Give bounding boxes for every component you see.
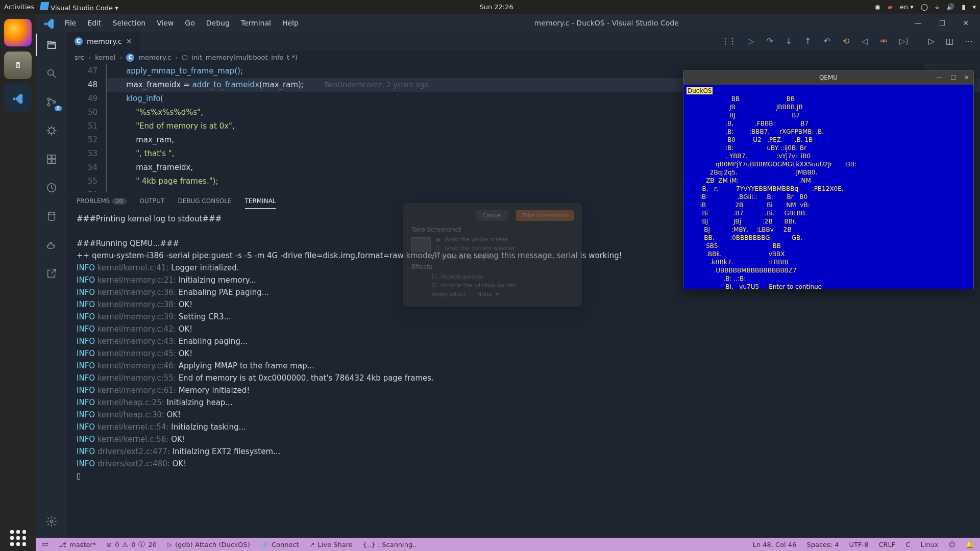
system-menu-chevron[interactable]: ▾ bbox=[972, 3, 976, 11]
status-spaces[interactable]: Spaces: 4 bbox=[806, 541, 839, 548]
tab-close-icon[interactable]: ✕ bbox=[126, 37, 132, 45]
screenshot-thumb bbox=[411, 237, 431, 252]
status-remote[interactable]: ⮂ bbox=[42, 541, 48, 548]
editor-tabs: C memory.c ✕ ⋮⋮ ▷ ↷ ↓ ↑ ↶ ⟲ ◁ ⚮ ▷⟩ bbox=[67, 32, 980, 51]
dock-show-apps[interactable] bbox=[10, 530, 26, 546]
activity-scm[interactable]: 8 bbox=[44, 95, 59, 109]
activity-debug[interactable] bbox=[44, 123, 59, 138]
screenshot-cancel[interactable]: Cancel bbox=[476, 210, 507, 221]
activities-button[interactable]: Activities bbox=[4, 3, 34, 11]
editor-more-icon[interactable]: ⋯ bbox=[965, 36, 973, 46]
debug-step-forward[interactable]: ▷⟩ bbox=[899, 36, 909, 46]
menu-debug[interactable]: Debug bbox=[206, 19, 230, 27]
debug-continue[interactable]: ▷ bbox=[748, 36, 754, 46]
activity-explorer[interactable] bbox=[44, 38, 59, 52]
svg-rect-7 bbox=[52, 160, 56, 163]
debug-step-into[interactable]: ↓ bbox=[786, 36, 792, 46]
status-connect[interactable]: 🔗 Connect bbox=[260, 541, 299, 548]
tab-debug-console[interactable]: DEBUG CONSOLE bbox=[178, 193, 231, 209]
activity-remote[interactable] bbox=[44, 181, 59, 195]
qemu-titlebar[interactable]: QEMU — ☐ ✕ bbox=[683, 70, 973, 85]
qemu-window[interactable]: QEMU — ☐ ✕ DuckOS BB BB JB JBBBB.JB BJ bbox=[683, 70, 974, 289]
screenshot-title: Take Screenshot bbox=[411, 226, 574, 233]
menu-terminal[interactable]: Terminal bbox=[241, 19, 271, 27]
scm-badge: 8 bbox=[55, 106, 62, 111]
activity-liveshare[interactable] bbox=[44, 266, 59, 281]
clock[interactable]: Sun 22:26 bbox=[118, 3, 875, 11]
menu-go[interactable]: Go bbox=[185, 19, 194, 27]
status-liveshare[interactable]: ↗ Live Share bbox=[309, 541, 353, 548]
dock-firefox[interactable] bbox=[4, 19, 32, 46]
network-icon[interactable]: ⏚ bbox=[935, 3, 939, 11]
opt-apply-effect[interactable]: Apply effect None ▾ bbox=[432, 291, 574, 297]
c-file-icon: C bbox=[75, 37, 83, 45]
gnome-dock: 🗄 bbox=[0, 14, 36, 551]
status-scanning[interactable]: {..} : Scanning.. bbox=[363, 541, 417, 548]
opt-current-window[interactable]: ○ Grab the current window bbox=[436, 245, 574, 252]
battery-icon[interactable]: ▮ bbox=[962, 3, 965, 11]
tab-terminal[interactable]: TERMINAL bbox=[245, 193, 276, 209]
status-eol[interactable]: CRLF bbox=[878, 541, 895, 548]
status-errors[interactable]: ⊘ 0 ⚠ 0 ⓘ 20 bbox=[106, 540, 157, 549]
debug-restart[interactable]: ↶ bbox=[823, 36, 830, 46]
a11y-icon[interactable]: ◯ bbox=[921, 3, 928, 11]
menu-help[interactable]: Help bbox=[282, 19, 299, 27]
menu-view[interactable]: View bbox=[157, 19, 174, 27]
opt-whole-screen[interactable]: ◉ Grab the whole screen bbox=[436, 236, 574, 243]
vscode-logo-icon bbox=[42, 16, 56, 30]
opt-select-area[interactable]: ○ Select area to grab bbox=[432, 254, 574, 260]
debug-step-out[interactable]: ↑ bbox=[804, 36, 811, 46]
debug-toolbar: ⋮⋮ ▷ ↷ ↓ ↑ ↶ ⟲ ◁ ⚮ ▷⟩ bbox=[712, 34, 918, 48]
menu-bar: FileEditSelectionViewGoDebugTerminalHelp bbox=[64, 19, 299, 27]
status-os[interactable]: Linux bbox=[920, 541, 938, 548]
qemu-maximize[interactable]: ☐ bbox=[950, 74, 956, 81]
status-encoding[interactable]: UTF-8 bbox=[849, 541, 869, 548]
top-app-indicator[interactable]: Visual Studio Code ▾ bbox=[40, 2, 118, 12]
svg-rect-5 bbox=[47, 155, 51, 159]
debug-stop[interactable]: ⟲ bbox=[843, 36, 849, 46]
language-indicator[interactable]: en ▾ bbox=[900, 3, 914, 11]
status-cursor-pos[interactable]: Ln 48, Col 46 bbox=[753, 541, 797, 548]
qemu-close[interactable]: ✕ bbox=[964, 74, 969, 81]
debug-reverse[interactable]: ◁ bbox=[862, 36, 868, 46]
screenshot-dialog: Cancel Take Screenshot Take Screenshot ◉… bbox=[403, 203, 582, 307]
menu-selection[interactable]: Selection bbox=[113, 19, 146, 27]
dock-vscode[interactable] bbox=[4, 84, 32, 112]
activity-settings[interactable] bbox=[44, 514, 59, 529]
tab-problems[interactable]: PROBLEMS20 bbox=[77, 193, 127, 209]
status-lang[interactable]: C bbox=[905, 541, 910, 548]
tab-memory-c[interactable]: C memory.c ✕ bbox=[67, 32, 139, 51]
status-bar: ⮂ ⎇ master* ⊘ 0 ⚠ 0 ⓘ 20 ▷ (gdb) Attach … bbox=[36, 538, 980, 551]
svg-point-0 bbox=[48, 70, 54, 76]
status-debug-target[interactable]: ▷ (gdb) Attach (DuckOS) bbox=[167, 541, 250, 548]
activity-docker[interactable] bbox=[44, 238, 59, 252]
line-gutter: 47484950515253545556 bbox=[67, 64, 106, 192]
activity-search[interactable] bbox=[44, 66, 59, 81]
window-minimize[interactable]: — bbox=[915, 19, 922, 27]
menu-file[interactable]: File bbox=[64, 19, 76, 27]
run-icon[interactable]: ▷ bbox=[928, 36, 935, 46]
breadcrumb[interactable]: src› kernel› Cmemory.c› ⬡init_memory(mul… bbox=[67, 51, 980, 64]
qemu-minimize[interactable]: — bbox=[936, 74, 942, 81]
status-branch[interactable]: ⎇ master* bbox=[59, 541, 96, 548]
screenshot-take[interactable]: Take Screenshot bbox=[516, 210, 574, 221]
debug-step-over[interactable]: ↷ bbox=[766, 36, 773, 46]
debug-drag-icon[interactable]: ⋮⋮ bbox=[721, 36, 736, 46]
debug-disconnect[interactable]: ⚮ bbox=[880, 36, 887, 46]
menu-edit[interactable]: Edit bbox=[87, 19, 101, 27]
opt-include-border[interactable]: ☑ Include the window border bbox=[432, 282, 574, 289]
volume-icon[interactable]: 🔊 bbox=[946, 3, 954, 11]
location-icon[interactable]: ◉ bbox=[874, 3, 880, 11]
status-bell-icon[interactable]: 🔔 bbox=[966, 541, 974, 548]
opt-include-pointer[interactable]: ☐ Include pointer bbox=[432, 273, 574, 280]
activity-sqltools[interactable] bbox=[44, 209, 59, 223]
activity-extensions[interactable] bbox=[44, 152, 59, 166]
status-feedback-icon[interactable]: ☺ bbox=[948, 541, 955, 548]
dock-files[interactable]: 🗄 bbox=[4, 52, 32, 79]
tab-output[interactable]: OUTPUT bbox=[140, 193, 165, 209]
warning-icon[interactable]: ▰ bbox=[888, 3, 893, 11]
window-maximize[interactable]: ☐ bbox=[939, 19, 946, 27]
window-close[interactable]: ✕ bbox=[963, 19, 969, 27]
svg-rect-8 bbox=[52, 155, 56, 159]
split-editor-icon[interactable]: ◫ bbox=[946, 36, 953, 46]
